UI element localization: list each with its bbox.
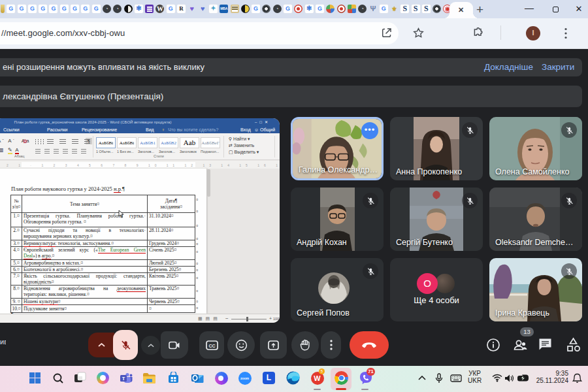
svg-text:CC: CC <box>208 343 215 348</box>
svg-text:T: T <box>122 376 125 382</box>
